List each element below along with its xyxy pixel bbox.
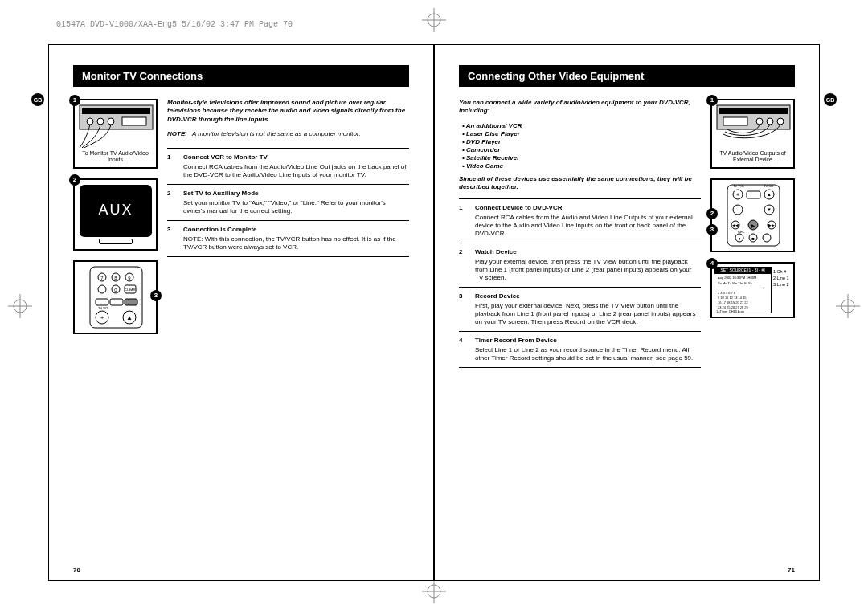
step-title: Connection is Complete — [183, 226, 409, 234]
step: 3 Connection is Complete NOTE: With this… — [167, 221, 409, 257]
figure-remote-right: 2 3 + ▲ TV VOL TV CH − ▼ ◀◀ ▶ ▶▶ — [710, 178, 795, 252]
step-badge-r4: 4 — [706, 258, 718, 269]
figure-calendar-table: 4 SET SOURCE [1 - 3] - #] Aug 2002 10:30… — [710, 262, 795, 318]
step: 4 Timer Record From Device Select Line 1… — [459, 332, 701, 368]
svg-text:CLEAR: CLEAR — [125, 288, 135, 292]
svg-point-42 — [777, 118, 784, 125]
svg-point-40 — [756, 118, 763, 125]
device-bullets: An additional VCR Laser Disc Player DVD … — [459, 122, 701, 170]
figure-remote-left: 3 7 8 9 0 CLEAR + ▲ TV VOL — [73, 260, 158, 334]
svg-text:TV CH: TV CH — [764, 184, 773, 188]
bullet: Laser Disc Player — [462, 130, 701, 138]
bullet: An additional VCR — [462, 122, 701, 130]
svg-text:+: + — [736, 192, 739, 198]
svg-text:●: ● — [738, 236, 741, 241]
step-badge-3: 3 — [150, 290, 162, 301]
table-side: 1 Ch # — [773, 268, 792, 275]
svg-text:▼: ▼ — [767, 207, 772, 212]
svg-text:TV VOL: TV VOL — [98, 306, 110, 310]
table-side: 3 Line 2 — [773, 281, 792, 288]
left-text-col: Monitor-style televisions offer improved… — [167, 99, 409, 334]
tv-stand — [99, 239, 133, 244]
step: 2 Watch Device Play your external device… — [459, 243, 701, 288]
step-badge-r2: 2 — [706, 208, 718, 219]
step-title: Set TV to Auxiliary Mode — [183, 190, 409, 198]
svg-point-15 — [97, 118, 104, 125]
step-badge-1: 1 — [69, 95, 80, 106]
right-figures: 1 TV Audio/Video Outputs of External Dev… — [710, 99, 795, 368]
svg-text:■: ■ — [751, 236, 755, 241]
step-num: 3 — [459, 292, 469, 326]
right-text-col: You can connect a wide variety of audio/… — [459, 99, 701, 368]
svg-rect-17 — [122, 117, 146, 125]
svg-rect-39 — [719, 108, 788, 114]
table-header: SET SOURCE [1 - 3] - #] — [714, 267, 772, 273]
tv-screen-aux: AUX — [80, 185, 152, 237]
bullet: Video Game — [462, 162, 701, 170]
svg-text:9   10  11  12  13  14  15: 9 10 11 12 13 14 15 — [718, 296, 747, 300]
step-num: 2 — [167, 190, 177, 215]
svg-point-41 — [767, 118, 773, 125]
svg-text:TV VOL: TV VOL — [733, 184, 745, 188]
page-number-left: 70 — [73, 566, 80, 574]
figure-backpanel-right: 1 TV Audio/Video Outputs of External Dev… — [710, 99, 795, 169]
svg-point-9 — [841, 300, 854, 313]
step-text: First, play your external device. Next, … — [475, 302, 701, 326]
note-label: NOTE: — [167, 130, 187, 138]
step: 1 Connect VCR to Monitor TV Connect RCA … — [167, 149, 409, 185]
table-side: 2 Line 1 — [773, 275, 792, 281]
step-title: Timer Record From Device — [475, 337, 701, 345]
left-figures: 1 To Monitor TV Audio/Video Inputs — [73, 99, 158, 334]
step-text: Connect RCA cables from the Audio/Video … — [183, 163, 409, 179]
step-badge-2: 2 — [69, 174, 80, 186]
svg-text:−: − — [736, 207, 739, 213]
page-file-header: 01547A DVD-V1000/XAA-Eng5 5/16/02 3:47 P… — [56, 20, 293, 29]
right-steps: 1 Connect Device to DVD-VCR Connect RCA … — [459, 198, 701, 368]
note-text: A monitor television is not the same as … — [192, 130, 409, 138]
figure-backpanel-left: 1 To Monitor TV Audio/Video Inputs — [73, 99, 158, 169]
step-num: 1 — [459, 204, 469, 238]
right-intro2: Since all of these devices use essential… — [459, 175, 701, 192]
svg-point-14 — [87, 118, 93, 125]
svg-text:REC: REC — [738, 230, 745, 234]
gb-tab-right: GB — [824, 93, 837, 106]
svg-point-16 — [108, 118, 114, 125]
step-text: NOTE: With this connection, the TV/VCR b… — [183, 235, 409, 251]
section-title-left: Monitor TV Connections — [73, 65, 409, 87]
step-title: Record Device — [475, 292, 701, 300]
section-title-right: Connecting Other Video Equipment — [459, 65, 795, 87]
svg-text:▲: ▲ — [126, 314, 133, 321]
step-text: Play your external device, then press th… — [475, 258, 701, 282]
svg-text:1=Timer      CH10         Auto: 1=Timer CH10 Auto — [716, 309, 745, 313]
right-page: GB Connecting Other Video Equipment You … — [434, 44, 820, 581]
left-page: GB Monitor TV Connections 1 — [48, 44, 434, 581]
left-note: NOTE: A monitor television is not the sa… — [167, 130, 409, 138]
step-num: 4 — [459, 337, 469, 362]
svg-point-3 — [428, 585, 440, 598]
svg-rect-13 — [82, 108, 150, 114]
step: 1 Connect Device to DVD-VCR Connect RCA … — [459, 199, 701, 243]
svg-text:▶: ▶ — [751, 223, 755, 228]
bullet: Camcorder — [462, 146, 701, 154]
svg-text:Aug    2002    10:30PM   1H00M: Aug 2002 10:30PM 1H00M — [718, 276, 756, 280]
step-num: 2 — [459, 248, 469, 282]
svg-text:+: + — [100, 314, 104, 321]
figure-caption-1: To Monitor TV Audio/Video Inputs — [78, 150, 153, 164]
svg-rect-32 — [125, 299, 137, 305]
svg-text:Su  Mo  Tu  We  Thu  Fr  Sa: Su Mo Tu We Thu Fr Sa — [718, 281, 753, 285]
step-title: Watch Device — [475, 248, 701, 256]
step-text: Connect RCA cables from the Audio and Vi… — [475, 214, 701, 238]
bullet: Satellite Receiver — [462, 154, 701, 162]
right-intro: You can connect a wide variety of audio/… — [459, 99, 701, 116]
svg-text:2    3    4    5    6    7    : 2 3 4 5 6 7 8 — [718, 291, 736, 295]
step: 2 Set TV to Auxiliary Mode Set your moni… — [167, 185, 409, 221]
svg-text:◀◀: ◀◀ — [732, 223, 739, 227]
figure-tv-aux: 2 AUX — [73, 178, 158, 251]
left-steps: 1 Connect VCR to Monitor TV Connect RCA … — [167, 148, 409, 257]
svg-text:16  17  18  19  20  21  22: 16 17 18 19 20 21 22 — [718, 300, 749, 304]
svg-text:▶▶: ▶▶ — [768, 223, 775, 227]
svg-point-0 — [428, 14, 440, 27]
bullet: DVD Player — [462, 138, 701, 146]
figure-caption-r1: TV Audio/Video Outputs of External Devic… — [715, 150, 790, 164]
step-num: 1 — [167, 153, 177, 179]
